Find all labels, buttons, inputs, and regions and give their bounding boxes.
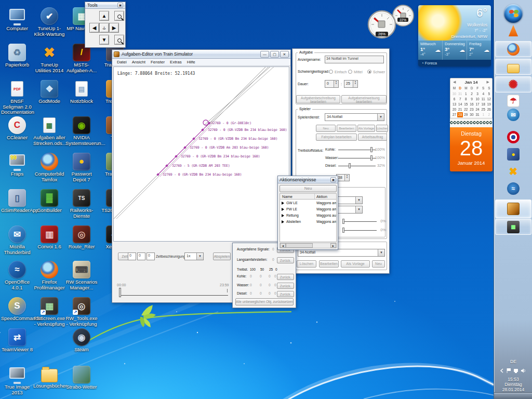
desktop-icon-godmode[interactable]: ❖GodMode xyxy=(33,80,65,104)
maximize-button[interactable]: ▢ xyxy=(270,51,279,58)
desktop-icon-tuneup-utilities[interactable]: ✖TuneUp Utilities 2014 xyxy=(33,44,65,73)
accel-dropdown[interactable]: 1x▼ xyxy=(184,252,204,260)
aktionen-row[interactable]: PW LEWaggons am O xyxy=(280,207,336,213)
desktop-icon-computer[interactable]: Computer xyxy=(1,7,33,32)
calendar-day[interactable]: 20 xyxy=(451,107,457,112)
calendar-next-icon[interactable]: ▶ xyxy=(487,80,489,84)
aufgabe-button-neu[interactable]: Neu xyxy=(372,260,385,268)
calendar-day[interactable]: 21 xyxy=(457,107,463,112)
desktop-icon-gonbuilder[interactable]: ▓GonBuilder xyxy=(33,189,65,214)
desktop-icon-ods-doc[interactable]: ▦Aufgaben aller Strecken.ods... xyxy=(33,116,65,146)
taskbar-button-explorer[interactable] xyxy=(495,59,531,75)
calendar-day[interactable]: 17 xyxy=(475,102,481,107)
desktop-icon-recycle-bin[interactable]: ♻Papierkorb xyxy=(1,44,33,68)
desktop-icon-thunderbird[interactable]: ✉Mozilla Thunderbird xyxy=(1,225,33,255)
aufgabe-button-bearbeiten[interactable]: Bearbeiten xyxy=(319,260,339,268)
desktop-icon-convoi[interactable]: ▥Convoi 1.6 xyxy=(33,225,65,250)
aktionen-row[interactable]: GW LEWaggons am O xyxy=(280,201,336,207)
calendar-day[interactable]: 22 xyxy=(463,107,469,112)
desktop-icon-true-image[interactable]: True Image 2013 xyxy=(1,366,33,395)
weather-gadget[interactable]: 6° Wolkenlos 7° - -2° Drensteinfurt, NRW… xyxy=(418,5,491,66)
aktionen-close-icon[interactable]: ▣ xyxy=(330,177,336,182)
bayern-icon[interactable] xyxy=(507,131,520,143)
taskbar-button-red-app[interactable]: ✺ xyxy=(495,76,531,92)
aktionen-row[interactable]: AbstellenWaggons am O xyxy=(280,219,336,225)
desktop-icon-route-riter[interactable]: ◎Route_Riter xyxy=(65,225,98,250)
aktionen-hscrollbar[interactable]: ◀ ▶ xyxy=(280,243,337,248)
minimize-button[interactable]: — xyxy=(260,51,269,58)
close-button[interactable]: ✕ xyxy=(280,51,289,58)
calendar-selected-day[interactable]: 28 xyxy=(457,112,463,117)
calendar-day[interactable]: 8 xyxy=(463,97,469,102)
pan-left-button[interactable]: ◀ xyxy=(89,23,99,33)
calendar-day[interactable]: 31 xyxy=(457,91,463,97)
zoom-out-button[interactable] xyxy=(114,35,124,45)
tray-icons[interactable] xyxy=(500,367,527,374)
fuel-slider[interactable]: 100% xyxy=(338,155,385,161)
tuneup-icon[interactable]: ✖ xyxy=(507,165,520,178)
aufgabe-button-als-vorlage[interactable]: Als Vorlage xyxy=(341,260,370,268)
desktop-icon-ccleaner[interactable]: CCCleaner xyxy=(1,116,33,141)
calendar-day[interactable]: 6 xyxy=(451,97,457,102)
calendar-day[interactable]: 25 xyxy=(481,107,486,112)
aufgabe-button-löschen[interactable]: Löschen xyxy=(297,260,316,268)
calendar-day[interactable]: 14 xyxy=(457,102,463,107)
dauer-hours-spinner[interactable]: 0▲▼ xyxy=(325,80,339,88)
desktop-icon-fsscreen[interactable]: ▦↗FSScreen.exe - Verknüpfung xyxy=(33,297,65,327)
aktionen-list[interactable]: GW LEWaggons am OPW LEWaggons am ORettun… xyxy=(280,200,337,242)
calendar-day[interactable]: 15 xyxy=(463,102,469,107)
zurueck-button[interactable]: Zurück. xyxy=(277,274,294,280)
zeit-field-2[interactable]: 0 xyxy=(137,252,145,260)
thunderbird-icon[interactable]: ✉ xyxy=(507,109,520,121)
desktop-icon-tuneup-wartung[interactable]: ✔TuneUp 1-Klick-Wartung xyxy=(33,7,65,37)
scroll-right-icon[interactable]: ▶ xyxy=(330,243,336,248)
calendar-gadget[interactable]: ◀ Jan 14 ▶ MDMDFSS 303112345678910111213… xyxy=(450,78,493,171)
desktop-icon-notepad[interactable]: ▤Notizblock xyxy=(65,80,98,104)
zurueck-button[interactable]: Zurück. xyxy=(277,257,294,263)
timeline-thumb[interactable] xyxy=(119,288,121,297)
calendar-day[interactable]: 2 xyxy=(486,112,492,117)
menu-ansicht[interactable]: Ansicht xyxy=(129,60,148,64)
desktop-icon-passwort-depot[interactable]: ●Passwort Depot 7 xyxy=(65,153,98,182)
desktop-icon-strabo-wetter[interactable]: Strabo-Wetter xyxy=(65,366,98,390)
calendar-day[interactable]: 2 xyxy=(469,91,474,97)
vlc-icon[interactable] xyxy=(507,24,520,37)
desktop-icon-rw-tools[interactable]: ◎↗RW_Tools.exe - Verknüpfung xyxy=(65,297,98,327)
editor-map[interactable]: Länge: 7.88064 Breite: 52.19143 32769 - … xyxy=(113,66,289,242)
scroll-left-icon[interactable]: ◀ xyxy=(280,243,286,248)
pan-down-button[interactable]: ▼ xyxy=(99,35,109,45)
fuel-slider[interactable]: 100% xyxy=(338,147,385,152)
calendar-day[interactable]: 9 xyxy=(469,97,474,102)
abspielen-button[interactable]: Abspielen xyxy=(213,252,231,260)
zoom-in-button[interactable] xyxy=(114,11,124,21)
timeline-track[interactable] xyxy=(120,295,228,296)
aufgabeneinweisung-button[interactable]: Aufgabeneinweisung bearbeiten xyxy=(341,95,387,103)
calendar-day[interactable]: 1 xyxy=(463,91,469,97)
sub-slider[interactable]: 0% xyxy=(342,219,386,224)
radio-schwer[interactable] xyxy=(367,70,371,74)
desktop-icon-firefox-tamfox[interactable]: Computerbild Tamfox xyxy=(33,153,65,182)
desktop-icon-folder-loesungsbuecher[interactable]: Lösungsbücher xyxy=(33,366,65,389)
calendar-day[interactable]: 4 xyxy=(481,91,486,97)
desktop-icon-gsimreader[interactable]: ▯GSimReaderApp xyxy=(1,189,33,214)
show-desktop-button[interactable] xyxy=(494,392,532,399)
desktop-icon-fraps[interactable]: 99Fraps xyxy=(1,153,33,177)
avira-icon[interactable]: ☂ xyxy=(507,95,520,107)
calendar-day[interactable]: 29 xyxy=(463,112,469,117)
menu-hilfe[interactable]: Hilfe xyxy=(184,60,198,64)
menu-fenster[interactable]: Fenster xyxy=(148,60,167,64)
spieler-button-als-vorlage[interactable]: Als Vorlage xyxy=(357,125,375,132)
scroll-thumb[interactable] xyxy=(286,243,313,248)
calendar-day[interactable]: 16 xyxy=(469,102,474,107)
calendar-day[interactable]: 31 xyxy=(475,112,481,117)
calendar-day[interactable]: 3 xyxy=(475,91,481,97)
menu-datei[interactable]: Datei xyxy=(114,60,129,64)
desktop-icon-pdf-doc[interactable]: PDFBNSF Seligman 2.0 Documentation xyxy=(1,80,33,115)
dauer-minutes-spinner[interactable]: 25▲▼ xyxy=(344,80,358,88)
pan-up-button[interactable]: ▲ xyxy=(99,11,109,21)
calendar-day[interactable]: 5 xyxy=(486,91,492,97)
desktop-icon-openoffice[interactable]: ≈OpenOffice 4.0.1 xyxy=(1,261,33,290)
zeit-field-3[interactable]: 0 xyxy=(147,252,155,260)
calendar-day[interactable]: 12 xyxy=(486,97,492,102)
tray-language[interactable]: DE xyxy=(494,359,532,364)
